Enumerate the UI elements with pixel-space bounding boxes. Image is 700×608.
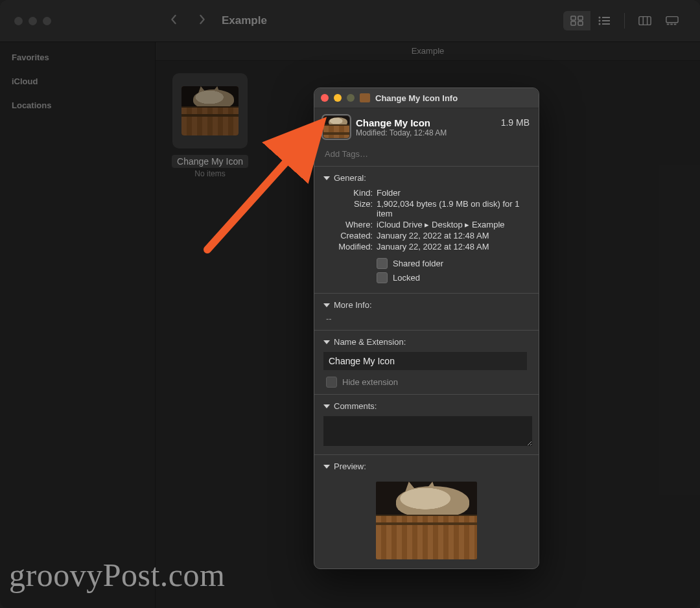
column-view-button[interactable] xyxy=(631,11,659,30)
forward-button[interactable] xyxy=(196,14,209,28)
info-proxy-icon[interactable] xyxy=(360,93,370,102)
info-modified-line: Modified: Today, 12:48 AM xyxy=(356,128,495,137)
close-icon[interactable] xyxy=(14,17,23,25)
info-header: Change My Icon Modified: Today, 12:48 AM… xyxy=(314,108,539,143)
view-switcher xyxy=(563,11,700,30)
svg-rect-2 xyxy=(571,21,576,25)
preview-image xyxy=(376,482,477,559)
add-tags-input[interactable] xyxy=(323,148,532,159)
svg-point-6 xyxy=(599,20,601,22)
size-value: 1,902,034 bytes (1.9 MB on disk) for 1 i… xyxy=(377,199,530,218)
checkbox-icon xyxy=(377,258,388,269)
svg-rect-0 xyxy=(571,16,576,20)
svg-rect-3 xyxy=(578,21,583,25)
svg-rect-7 xyxy=(602,20,610,21)
kind-label: Kind: xyxy=(323,188,377,198)
folder-item-subtitle: No items xyxy=(165,169,255,178)
info-window-title: Change My Icon Info xyxy=(375,93,532,103)
finder-titlebar: Example xyxy=(0,0,700,42)
info-section-general: General: Kind:Folder Size:1,902,034 byte… xyxy=(314,166,539,293)
info-size: 1.9 MB xyxy=(501,117,530,128)
list-view-button[interactable] xyxy=(590,11,618,30)
finder-title: Example xyxy=(222,14,267,27)
size-label: Size: xyxy=(323,199,377,209)
locked-label: Locked xyxy=(393,273,420,283)
locked-checkbox[interactable]: Locked xyxy=(377,272,530,283)
finder-sidebar: Favorites iCloud Locations xyxy=(0,42,156,608)
back-button[interactable] xyxy=(167,14,180,28)
zoom-icon[interactable] xyxy=(347,94,355,102)
info-titlebar[interactable]: Change My Icon Info xyxy=(314,88,539,108)
sidebar-section-favorites[interactable]: Favorites xyxy=(12,53,143,62)
chevron-down-icon xyxy=(323,404,330,408)
svg-rect-16 xyxy=(674,24,677,25)
svg-rect-1 xyxy=(578,16,583,20)
minimize-icon[interactable] xyxy=(29,17,37,25)
name-extension-input[interactable] xyxy=(323,352,527,370)
section-label: Name & Extension: xyxy=(334,337,406,347)
svg-point-4 xyxy=(599,17,601,19)
chevron-down-icon xyxy=(323,340,330,344)
created-label: Created: xyxy=(323,231,377,240)
info-item-name: Change My Icon xyxy=(356,117,495,128)
section-label: More Info: xyxy=(334,300,372,310)
minimize-icon[interactable] xyxy=(334,94,342,102)
modified-value: January 22, 2022 at 12:48 AM xyxy=(377,242,489,251)
chevron-down-icon xyxy=(323,176,330,180)
gallery-view-button[interactable] xyxy=(659,11,686,30)
section-label: General: xyxy=(334,173,366,183)
close-icon[interactable] xyxy=(321,94,329,102)
svg-rect-13 xyxy=(666,17,678,23)
folder-item[interactable]: Change My Icon No items xyxy=(165,73,255,178)
disclosure-comments[interactable]: Comments: xyxy=(323,401,530,411)
created-value: January 22, 2022 at 12:48 AM xyxy=(377,231,489,240)
disclosure-preview[interactable]: Preview: xyxy=(323,462,530,471)
moreinfo-value: -- xyxy=(323,310,530,323)
comments-input[interactable] xyxy=(323,416,532,446)
finder-traffic-lights[interactable] xyxy=(0,17,156,25)
get-info-window: Change My Icon Info Change My Icon Modif… xyxy=(314,88,539,569)
sidebar-section-icloud[interactable]: iCloud xyxy=(12,76,143,86)
path-bar[interactable]: Example xyxy=(156,42,700,61)
divider xyxy=(624,13,625,29)
folder-item-name: Change My Icon xyxy=(172,155,248,168)
info-section-preview: Preview: xyxy=(314,454,539,568)
shared-folder-checkbox[interactable]: Shared folder xyxy=(377,258,530,269)
svg-rect-15 xyxy=(670,24,673,25)
disclosure-general[interactable]: General: xyxy=(323,173,530,183)
svg-rect-5 xyxy=(602,17,610,18)
section-label: Comments: xyxy=(334,401,377,411)
watermark-text: groovyPost.com xyxy=(9,556,225,594)
info-section-nameext: Name & Extension: Hide extension xyxy=(314,330,539,394)
modified-label: Modified: xyxy=(323,242,377,251)
info-traffic-lights xyxy=(321,94,355,102)
section-label: Preview: xyxy=(334,462,366,471)
svg-rect-14 xyxy=(667,24,670,25)
info-section-moreinfo: More Info: -- xyxy=(314,293,539,330)
info-large-icon[interactable] xyxy=(323,116,349,138)
folder-custom-icon xyxy=(181,86,239,135)
sidebar-section-locations[interactable]: Locations xyxy=(12,100,143,110)
hide-extension-label: Hide extension xyxy=(342,377,398,387)
svg-point-8 xyxy=(599,23,601,25)
info-section-comments: Comments: xyxy=(314,394,539,454)
checkbox-icon xyxy=(326,377,337,388)
where-value: iCloud Drive ▸ Desktop ▸ Example xyxy=(377,220,505,229)
chevron-down-icon xyxy=(323,303,330,307)
zoom-icon[interactable] xyxy=(43,17,51,25)
disclosure-moreinfo[interactable]: More Info: xyxy=(323,300,530,310)
disclosure-nameext[interactable]: Name & Extension: xyxy=(323,337,530,347)
svg-rect-9 xyxy=(602,23,610,25)
info-tags-row xyxy=(314,143,539,166)
svg-rect-10 xyxy=(639,17,651,25)
hide-extension-checkbox[interactable]: Hide extension xyxy=(326,377,530,388)
kind-value: Folder xyxy=(377,188,401,198)
chevron-down-icon xyxy=(323,465,330,469)
where-label: Where: xyxy=(323,220,377,229)
checkbox-icon xyxy=(377,272,388,283)
shared-folder-label: Shared folder xyxy=(393,259,443,268)
icon-view-button[interactable] xyxy=(563,11,590,30)
